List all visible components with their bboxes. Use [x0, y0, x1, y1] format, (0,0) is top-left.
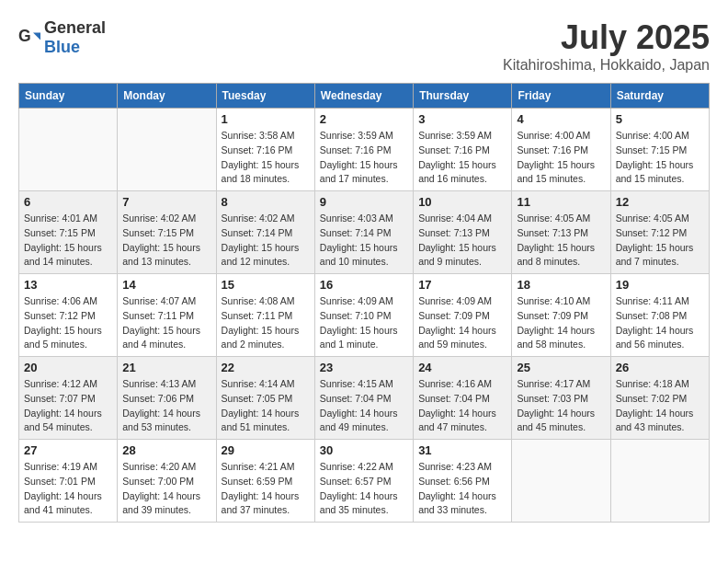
day-detail: Sunrise: 4:11 AM Sunset: 7:08 PM Dayligh… — [616, 294, 704, 352]
day-number: 25 — [517, 361, 605, 374]
calendar-cell: 21Sunrise: 4:13 AM Sunset: 7:06 PM Dayli… — [118, 357, 216, 440]
day-number: 22 — [222, 361, 310, 374]
calendar-week-row: 6Sunrise: 4:01 AM Sunset: 7:15 PM Daylig… — [19, 191, 710, 274]
calendar-cell: 9Sunrise: 4:03 AM Sunset: 7:14 PM Daylig… — [314, 191, 413, 274]
calendar-cell: 4Sunrise: 4:00 AM Sunset: 7:16 PM Daylig… — [512, 109, 610, 191]
weekday-header: Wednesday — [314, 84, 413, 109]
header: G General Blue July 2025 Kitahiroshima, … — [18, 18, 710, 74]
calendar-cell — [118, 109, 216, 191]
day-detail: Sunrise: 4:10 AM Sunset: 7:09 PM Dayligh… — [517, 294, 605, 352]
day-number: 29 — [222, 443, 310, 457]
weekday-header: Tuesday — [216, 84, 314, 109]
calendar-cell: 23Sunrise: 4:15 AM Sunset: 7:04 PM Dayli… — [314, 357, 413, 440]
day-detail: Sunrise: 4:09 AM Sunset: 7:10 PM Dayligh… — [320, 294, 408, 352]
calendar-cell — [610, 440, 709, 523]
day-detail: Sunrise: 4:05 AM Sunset: 7:13 PM Dayligh… — [517, 212, 605, 270]
day-detail: Sunrise: 4:07 AM Sunset: 7:11 PM Dayligh… — [122, 294, 210, 352]
calendar-cell: 26Sunrise: 4:18 AM Sunset: 7:02 PM Dayli… — [610, 357, 709, 440]
day-detail: Sunrise: 3:58 AM Sunset: 7:16 PM Dayligh… — [222, 129, 310, 187]
day-detail: Sunrise: 4:01 AM Sunset: 7:15 PM Dayligh… — [24, 212, 112, 270]
calendar-cell: 2Sunrise: 3:59 AM Sunset: 7:16 PM Daylig… — [314, 109, 413, 191]
day-detail: Sunrise: 4:17 AM Sunset: 7:03 PM Dayligh… — [517, 377, 605, 435]
logo-icon: G — [18, 27, 40, 49]
day-number: 15 — [222, 278, 310, 292]
day-number: 26 — [616, 361, 704, 374]
day-detail: Sunrise: 3:59 AM Sunset: 7:16 PM Dayligh… — [320, 129, 408, 187]
calendar-cell: 28Sunrise: 4:20 AM Sunset: 7:00 PM Dayli… — [118, 440, 216, 523]
day-detail: Sunrise: 4:12 AM Sunset: 7:07 PM Dayligh… — [24, 377, 112, 435]
day-number: 13 — [24, 278, 112, 292]
calendar-cell: 27Sunrise: 4:19 AM Sunset: 7:01 PM Dayli… — [19, 440, 118, 523]
calendar-cell: 24Sunrise: 4:16 AM Sunset: 7:04 PM Dayli… — [414, 357, 512, 440]
calendar-cell: 17Sunrise: 4:09 AM Sunset: 7:09 PM Dayli… — [414, 274, 512, 357]
day-detail: Sunrise: 4:04 AM Sunset: 7:13 PM Dayligh… — [418, 212, 506, 270]
day-detail: Sunrise: 4:09 AM Sunset: 7:09 PM Dayligh… — [418, 294, 506, 352]
calendar-cell: 14Sunrise: 4:07 AM Sunset: 7:11 PM Dayli… — [118, 274, 216, 357]
day-detail: Sunrise: 4:05 AM Sunset: 7:12 PM Dayligh… — [616, 212, 704, 270]
logo: G General Blue — [18, 18, 106, 57]
calendar-cell: 12Sunrise: 4:05 AM Sunset: 7:12 PM Dayli… — [610, 191, 709, 274]
day-number: 12 — [616, 195, 704, 209]
day-detail: Sunrise: 3:59 AM Sunset: 7:16 PM Dayligh… — [418, 129, 506, 187]
day-detail: Sunrise: 4:00 AM Sunset: 7:15 PM Dayligh… — [616, 129, 704, 187]
day-detail: Sunrise: 4:21 AM Sunset: 6:59 PM Dayligh… — [222, 460, 310, 518]
day-detail: Sunrise: 4:22 AM Sunset: 6:57 PM Dayligh… — [320, 460, 408, 518]
calendar-week-row: 13Sunrise: 4:06 AM Sunset: 7:12 PM Dayli… — [19, 274, 710, 357]
day-detail: Sunrise: 4:18 AM Sunset: 7:02 PM Dayligh… — [616, 377, 704, 435]
calendar-week-row: 20Sunrise: 4:12 AM Sunset: 7:07 PM Dayli… — [19, 357, 710, 440]
calendar-cell: 10Sunrise: 4:04 AM Sunset: 7:13 PM Dayli… — [414, 191, 512, 274]
logo-general: General — [44, 18, 106, 37]
day-number: 19 — [616, 278, 704, 292]
calendar: SundayMondayTuesdayWednesdayThursdayFrid… — [18, 83, 710, 523]
calendar-week-row: 27Sunrise: 4:19 AM Sunset: 7:01 PM Dayli… — [19, 440, 710, 523]
calendar-cell: 8Sunrise: 4:02 AM Sunset: 7:14 PM Daylig… — [216, 191, 314, 274]
day-detail: Sunrise: 4:02 AM Sunset: 7:14 PM Dayligh… — [222, 212, 310, 270]
day-detail: Sunrise: 4:08 AM Sunset: 7:11 PM Dayligh… — [222, 294, 310, 352]
day-number: 4 — [517, 112, 605, 126]
day-number: 14 — [122, 278, 210, 292]
day-number: 9 — [320, 195, 408, 209]
day-detail: Sunrise: 4:03 AM Sunset: 7:14 PM Dayligh… — [320, 212, 408, 270]
calendar-cell: 1Sunrise: 3:58 AM Sunset: 7:16 PM Daylig… — [216, 109, 314, 191]
day-detail: Sunrise: 4:23 AM Sunset: 6:56 PM Dayligh… — [418, 460, 506, 518]
calendar-header-row: SundayMondayTuesdayWednesdayThursdayFrid… — [19, 84, 710, 109]
calendar-cell: 11Sunrise: 4:05 AM Sunset: 7:13 PM Dayli… — [512, 191, 610, 274]
calendar-cell: 22Sunrise: 4:14 AM Sunset: 7:05 PM Dayli… — [216, 357, 314, 440]
day-number: 23 — [320, 361, 408, 374]
day-detail: Sunrise: 4:00 AM Sunset: 7:16 PM Dayligh… — [517, 129, 605, 187]
day-number: 1 — [222, 112, 310, 126]
title-area: July 2025 Kitahiroshima, Hokkaido, Japan — [503, 18, 710, 74]
day-number: 11 — [517, 195, 605, 209]
calendar-cell — [19, 109, 118, 191]
day-number: 5 — [616, 112, 704, 126]
day-number: 3 — [418, 112, 506, 126]
calendar-cell: 19Sunrise: 4:11 AM Sunset: 7:08 PM Dayli… — [610, 274, 709, 357]
calendar-cell: 15Sunrise: 4:08 AM Sunset: 7:11 PM Dayli… — [216, 274, 314, 357]
month-title: July 2025 — [503, 18, 710, 57]
day-number: 6 — [24, 195, 112, 209]
logo-blue: Blue — [44, 38, 80, 56]
calendar-cell: 16Sunrise: 4:09 AM Sunset: 7:10 PM Dayli… — [314, 274, 413, 357]
logo-text: General Blue — [44, 18, 106, 57]
weekday-header: Sunday — [19, 84, 118, 109]
day-number: 18 — [517, 278, 605, 292]
svg-text:G: G — [18, 27, 31, 45]
calendar-week-row: 1Sunrise: 3:58 AM Sunset: 7:16 PM Daylig… — [19, 109, 710, 191]
day-number: 30 — [320, 443, 408, 457]
weekday-header: Thursday — [414, 84, 512, 109]
weekday-header: Saturday — [610, 84, 709, 109]
day-number: 20 — [24, 361, 112, 374]
day-number: 2 — [320, 112, 408, 126]
day-number: 10 — [418, 195, 506, 209]
day-detail: Sunrise: 4:13 AM Sunset: 7:06 PM Dayligh… — [122, 377, 210, 435]
day-detail: Sunrise: 4:19 AM Sunset: 7:01 PM Dayligh… — [24, 460, 112, 518]
day-number: 7 — [122, 195, 210, 209]
day-number: 27 — [24, 443, 112, 457]
day-number: 31 — [418, 443, 506, 457]
calendar-cell: 25Sunrise: 4:17 AM Sunset: 7:03 PM Dayli… — [512, 357, 610, 440]
calendar-cell: 20Sunrise: 4:12 AM Sunset: 7:07 PM Dayli… — [19, 357, 118, 440]
day-number: 24 — [418, 361, 506, 374]
day-detail: Sunrise: 4:20 AM Sunset: 7:00 PM Dayligh… — [122, 460, 210, 518]
day-number: 8 — [222, 195, 310, 209]
day-detail: Sunrise: 4:02 AM Sunset: 7:15 PM Dayligh… — [122, 212, 210, 270]
